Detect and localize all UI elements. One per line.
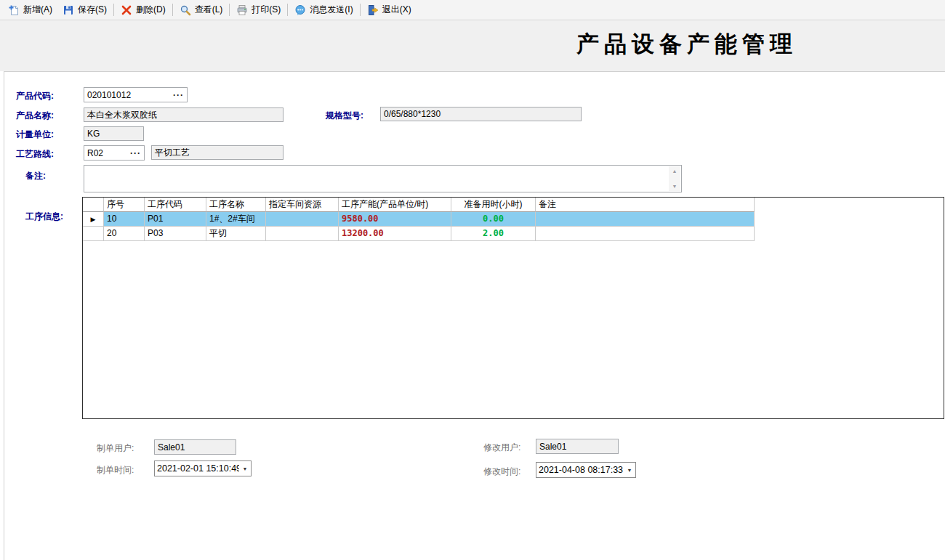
cell-name[interactable]: 平切: [206, 227, 266, 241]
exit-icon: [367, 4, 379, 16]
new-button[interactable]: 新增(A): [3, 2, 57, 18]
modify-time-dropdown-icon[interactable]: ▼: [624, 463, 635, 477]
save-icon: [63, 4, 74, 16]
print-button[interactable]: 打印(S): [231, 2, 286, 18]
spec-model-input[interactable]: 0/65/880*1230: [380, 107, 582, 121]
delete-icon: [121, 4, 132, 16]
process-route-code-input[interactable]: R02 ···: [84, 145, 145, 161]
message-send-button-label: 消息发送(I): [310, 4, 353, 16]
product-code-input[interactable]: 020101012 ···: [84, 87, 188, 102]
cell-name[interactable]: 1#、2#车间: [206, 212, 266, 227]
remark-label: 备注:: [25, 170, 46, 182]
create-time-dropdown-icon[interactable]: ▼: [239, 461, 251, 476]
cell-prep[interactable]: 0.00: [451, 212, 536, 227]
product-code-value: 020101012: [87, 90, 131, 100]
row-selector-icon: ▶: [91, 216, 96, 223]
product-code-browse-button[interactable]: ···: [173, 92, 184, 98]
process-route-name-input[interactable]: 平切工艺: [151, 145, 284, 160]
grid-header-prep[interactable]: 准备用时(小时): [451, 198, 536, 212]
delete-button-label: 删除(D): [136, 4, 166, 16]
creator-input[interactable]: Sale01: [154, 439, 236, 455]
grid-header-capacity[interactable]: 工序产能(产品单位/时): [339, 198, 451, 212]
cell-workshop[interactable]: [266, 212, 339, 227]
new-doc-icon: [8, 4, 20, 16]
toolbar-separator: [287, 4, 288, 16]
new-button-label: 新增(A): [23, 4, 52, 16]
remark-textarea[interactable]: ▲ ▼: [84, 165, 682, 192]
modifier-label: 修改用户:: [483, 442, 520, 454]
modifier-value: Sale01: [539, 442, 566, 452]
cell-seq[interactable]: 20: [104, 227, 145, 241]
grid-header-remark[interactable]: 备注: [536, 198, 755, 212]
cell-remark[interactable]: [536, 212, 755, 227]
create-time-value: 2021-02-01 15:10:49: [155, 463, 239, 474]
spec-model-label: 规格型号:: [326, 110, 363, 122]
table-row[interactable]: 20 P03 平切 13200.00 2.00: [83, 227, 944, 241]
toolbar-separator: [172, 4, 173, 16]
create-time-picker[interactable]: 2021-02-01 15:10:49 ▼: [154, 460, 252, 476]
scroll-down-icon[interactable]: ▼: [672, 184, 677, 189]
grid-header-workshop[interactable]: 指定车间资源: [266, 198, 339, 212]
process-route-code-value: R02: [87, 148, 103, 158]
process-grid: 序号 工序代码 工序名称 指定车间资源 工序产能(产品单位/时) 准备用时(小时…: [82, 197, 944, 419]
cell-code[interactable]: P01: [145, 212, 206, 227]
exit-button[interactable]: 退出(X): [362, 2, 417, 18]
spec-model-value: 0/65/880*1230: [384, 109, 441, 119]
cell-remark[interactable]: [536, 227, 755, 241]
cell-seq[interactable]: 10: [104, 212, 145, 227]
view-icon: [180, 4, 191, 16]
toolbar-separator: [360, 4, 361, 16]
view-button[interactable]: 查看(L): [174, 2, 228, 18]
modify-time-picker[interactable]: 2021-04-08 08:17:33 ▼: [536, 462, 636, 478]
creator-label: 制单用户:: [97, 442, 134, 455]
create-time-label: 制单时间:: [97, 464, 134, 476]
cell-workshop[interactable]: [266, 227, 339, 241]
row-selector-cell[interactable]: [83, 227, 104, 241]
unit-input[interactable]: KG: [84, 126, 144, 141]
process-route-label: 工艺路线:: [16, 148, 54, 161]
toolbar-separator: [229, 4, 230, 16]
toolbar-separator: [113, 4, 114, 16]
cell-capacity[interactable]: 9580.00: [339, 212, 451, 227]
process-route-name-value: 平切工艺: [155, 147, 190, 159]
print-icon: [236, 4, 248, 16]
grid-header-name[interactable]: 工序名称: [206, 198, 266, 212]
page-title: 产品设备产能管理: [567, 29, 807, 60]
creator-value: Sale01: [158, 442, 185, 453]
modifier-input[interactable]: Sale01: [536, 439, 619, 454]
message-icon: [294, 4, 306, 16]
unit-label: 计量单位:: [16, 129, 54, 141]
cell-prep[interactable]: 2.00: [451, 227, 536, 241]
cell-code[interactable]: P03: [145, 227, 206, 241]
product-name-label: 产品名称:: [16, 110, 54, 122]
grid-header-seq[interactable]: 序号: [104, 198, 145, 212]
grid-header-selector: [83, 198, 104, 212]
delete-button[interactable]: 删除(D): [116, 2, 171, 18]
unit-value: KG: [87, 129, 100, 139]
table-row[interactable]: ▶ 10 P01 1#、2#车间 9580.00 0.00: [83, 212, 944, 227]
toolbar: 新增(A) 保存(S) 删除(D) 查看(L) 打印(S) 消息发送(I) 退出…: [0, 0, 945, 20]
grid-header-row: 序号 工序代码 工序名称 指定车间资源 工序产能(产品单位/时) 准备用时(小时…: [83, 198, 944, 212]
save-button[interactable]: 保存(S): [57, 2, 112, 18]
row-selector-cell[interactable]: ▶: [83, 212, 104, 227]
print-button-label: 打印(S): [252, 4, 281, 16]
modify-time-value: 2021-04-08 08:17:33: [536, 465, 624, 475]
scroll-up-icon[interactable]: ▲: [672, 169, 677, 174]
product-name-input[interactable]: 本白全木浆双胶纸: [84, 107, 284, 122]
modify-time-label: 修改时间:: [483, 466, 520, 478]
cell-capacity[interactable]: 13200.00: [339, 227, 451, 241]
view-button-label: 查看(L): [195, 4, 223, 16]
product-name-value: 本白全木浆双胶纸: [87, 109, 157, 121]
save-button-label: 保存(S): [78, 4, 107, 16]
message-send-button[interactable]: 消息发送(I): [289, 2, 358, 18]
process-info-label: 工序信息:: [25, 211, 63, 223]
process-route-browse-button[interactable]: ···: [130, 150, 141, 156]
grid-header-code[interactable]: 工序代码: [145, 198, 206, 212]
product-code-label: 产品代码:: [16, 90, 54, 102]
exit-button-label: 退出(X): [382, 4, 411, 16]
remark-scrollbar[interactable]: ▲ ▼: [669, 166, 680, 191]
